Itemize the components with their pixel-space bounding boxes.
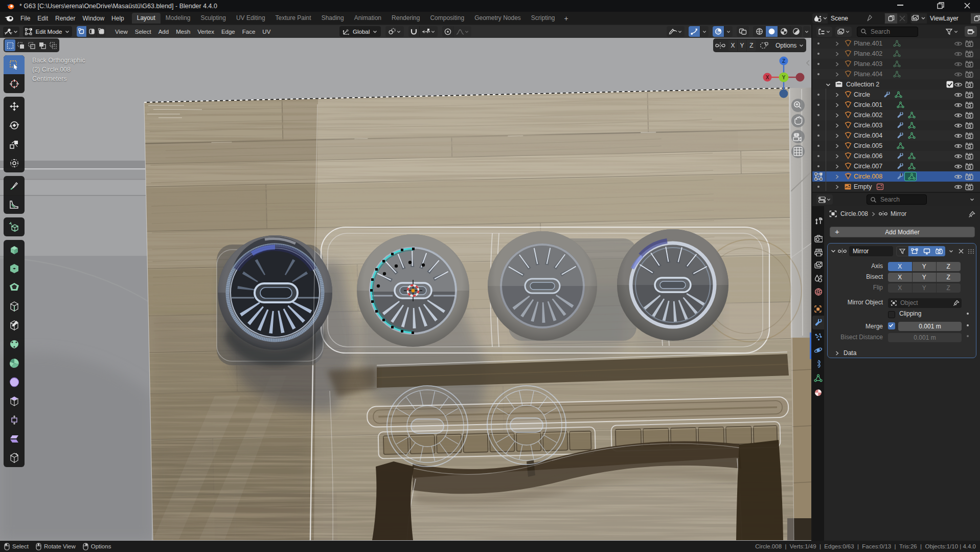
svg-text:Z: Z [782,58,785,64]
svg-text:Y: Y [782,74,785,80]
svg-text:X: X [766,75,769,80]
